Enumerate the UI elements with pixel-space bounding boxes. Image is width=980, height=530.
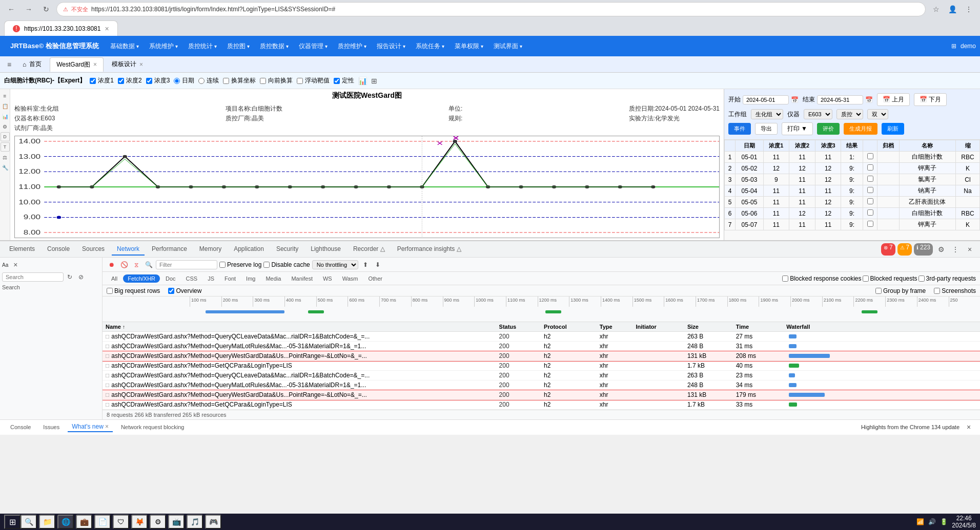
back-button[interactable]: ←	[4, 2, 18, 16]
disable-cache-checkbox[interactable]: Disable cache	[263, 261, 310, 268]
tab-westgard-close[interactable]: ×	[93, 61, 97, 68]
filter-input[interactable]	[156, 260, 217, 269]
taskbar-icon-app1[interactable]: 💼	[76, 515, 92, 529]
tab-template-close[interactable]: ×	[139, 61, 143, 68]
devtools-tab-perf-insights[interactable]: Performance insights △	[392, 243, 466, 256]
table-row[interactable]: 4 05-04 11 11 11 9: 钠离子 Na	[725, 185, 980, 197]
devtools-tab-lighthouse[interactable]: Lighthouse	[305, 243, 346, 256]
third-party-checkbox[interactable]: 3rd-party requests	[918, 275, 976, 282]
table-row[interactable]: 7 05-07 11 11 11 9: 钾离子 K	[725, 219, 980, 230]
filter-tab-wasm[interactable]: Wasm	[338, 274, 363, 283]
sidebar-toggle[interactable]: ≡	[4, 59, 14, 70]
nav-instrument[interactable]: 仪器管理▾	[294, 36, 333, 56]
table-row[interactable]: 1 05-01 11 11 11 1: 白细胞计数 RBC	[725, 152, 980, 163]
calendar-icon2[interactable]: 📅	[865, 96, 873, 103]
nav-qc-chart[interactable]: 质控图▾	[222, 36, 255, 56]
throttle-select[interactable]: No throttling	[312, 260, 358, 269]
bookmark-button[interactable]: ☆	[929, 2, 943, 16]
filter-tab-css[interactable]: CSS	[181, 274, 202, 283]
filter-tab-media[interactable]: Media	[261, 274, 285, 283]
next-month-button[interactable]: 📅 下月	[914, 93, 947, 106]
row-checkbox[interactable]	[863, 208, 877, 219]
filter-tab-img[interactable]: Img	[241, 274, 260, 283]
col-type-header[interactable]: Type	[597, 322, 633, 332]
export-button[interactable]: 导出	[755, 123, 778, 135]
export-network-button[interactable]: ⬇	[373, 260, 383, 270]
sidebar-icon-1[interactable]: ≡	[1, 91, 10, 100]
filter-tab-font[interactable]: Font	[220, 274, 240, 283]
prev-month-button[interactable]: 📅 上月	[877, 93, 910, 106]
concentration3-checkbox[interactable]: 浓度3	[146, 76, 170, 85]
nav-qc-maintain[interactable]: 质控维护▾	[333, 36, 372, 56]
nav-test[interactable]: 测试界面▾	[488, 36, 527, 56]
taskbar-icon-app7[interactable]: 🎵	[187, 515, 203, 529]
devtools-tab-performance[interactable]: Performance	[147, 243, 192, 256]
monthly-button[interactable]: 生成月报	[844, 123, 877, 135]
col-protocol-header[interactable]: Protocol	[541, 322, 597, 332]
row-checkbox[interactable]	[863, 174, 877, 185]
whats-new-close[interactable]: ×	[105, 423, 109, 430]
start-date-input[interactable]	[743, 95, 789, 104]
sidebar-icon-3[interactable]: 📊	[1, 112, 10, 121]
devtools-tab-sources[interactable]: Sources	[77, 243, 110, 256]
qualitative-checkbox[interactable]: 定性	[334, 76, 354, 85]
network-table-row[interactable]: □ashQCDrawWestGard.ashx?Method=QueryWest…	[103, 351, 980, 361]
tab-home[interactable]: ⌂ 首页	[16, 57, 48, 72]
devtools-more-button[interactable]: ⋮	[949, 243, 962, 256]
col-waterfall-header[interactable]: Waterfall	[783, 322, 980, 332]
chart-icon[interactable]: 📊	[358, 77, 367, 85]
profile-button[interactable]: 👤	[945, 2, 959, 16]
float-target-checkbox[interactable]: 浮动靶值	[297, 76, 330, 85]
col-initiator-header[interactable]: Initiator	[632, 322, 684, 332]
big-rows-checkbox[interactable]: Big request rows	[107, 287, 160, 294]
devtools-tab-application[interactable]: Application	[229, 243, 269, 256]
col-name-header[interactable]: Name ↑	[103, 322, 496, 332]
taskbar-icon-app2[interactable]: 📄	[94, 515, 111, 529]
tab-westgard[interactable]: WestGard图 ×	[50, 57, 104, 72]
scale-convert-checkbox[interactable]: 换算坐标	[223, 76, 256, 85]
network-table-row[interactable]: □ashQCDrawWestGard.ashx?Method=QueryQCLe…	[103, 332, 980, 342]
forward-convert-checkbox[interactable]: 向前换算	[260, 76, 293, 85]
nav-qc-data[interactable]: 质控数据▾	[255, 36, 294, 56]
menu-button[interactable]: ⋮	[962, 2, 976, 16]
devtools-settings-button[interactable]: ⚙	[935, 243, 947, 256]
refresh-button[interactable]: ↻	[39, 2, 53, 16]
devtools-tab-memory[interactable]: Memory	[194, 243, 227, 256]
network-table-row[interactable]: □ashQCDrawWestGard.ashx?Method=QueryWest…	[103, 390, 980, 400]
tab-template[interactable]: 模板设计 ×	[106, 57, 149, 72]
blocked-cookies-checkbox[interactable]: Blocked response cookies	[782, 275, 861, 282]
start-button[interactable]: ⊞	[4, 515, 21, 529]
sidebar-icon-d[interactable]: D	[1, 132, 10, 141]
address-bar[interactable]: ⚠ 不安全 https://101.33.230.103:8081/jrtlis…	[56, 2, 926, 16]
devtools-tab-elements[interactable]: Elements	[4, 243, 40, 256]
concentration2-checkbox[interactable]: 浓度2	[118, 76, 142, 85]
issues-bottom-tab[interactable]: Issues	[39, 423, 64, 431]
taskbar-icon-app6[interactable]: 📺	[168, 515, 185, 529]
event-button[interactable]: 事件	[728, 123, 751, 135]
record-button[interactable]: ⏺	[107, 260, 117, 270]
sidebar-icon-t[interactable]: T	[1, 142, 10, 152]
filter-tab-js[interactable]: JS	[203, 274, 219, 283]
nav-menu-perms[interactable]: 菜单权限▾	[450, 36, 488, 56]
table-row[interactable]: 3 05-03 9 11 12 9: 氯离子 Cl	[725, 174, 980, 185]
col-size-header[interactable]: Size	[684, 322, 733, 332]
filter-tab-ws[interactable]: WS	[318, 274, 337, 283]
row-checkbox[interactable]	[863, 185, 877, 197]
nav-basic-data[interactable]: 基础数据▾	[105, 36, 144, 56]
browser-tab-1[interactable]: ! https://101.33.230.103:8081 ×	[4, 20, 118, 36]
network-table-row[interactable]: □ashQCDrawWestGard.ashx?Method=QueryMatL…	[103, 380, 980, 390]
devtools-tab-console[interactable]: Console	[42, 243, 75, 256]
nav-tasks[interactable]: 系统任务▾	[411, 36, 450, 56]
sidebar-icon-6[interactable]: 🔧	[1, 163, 10, 172]
print-button[interactable]: 打印 ▼	[782, 122, 813, 135]
row-checkbox[interactable]	[863, 163, 877, 174]
screenshots-checkbox[interactable]: Screenshots	[934, 287, 976, 294]
table-row[interactable]: 5 05-05 11 11 12 9: 乙肝表面抗体	[725, 197, 980, 208]
qc-select[interactable]: 质控	[836, 109, 863, 119]
row-checkbox[interactable]	[863, 152, 877, 163]
network-blocking-tab[interactable]: Network request blocking	[117, 423, 189, 431]
blocked-requests-checkbox[interactable]: Blocked requests	[863, 275, 917, 282]
table-row[interactable]: 6 05-06 11 12 12 9: 白细胞计数 RBC	[725, 208, 980, 219]
col-time-header[interactable]: Time	[733, 322, 784, 332]
devtools-tab-recorder[interactable]: Recorder △	[348, 243, 390, 256]
